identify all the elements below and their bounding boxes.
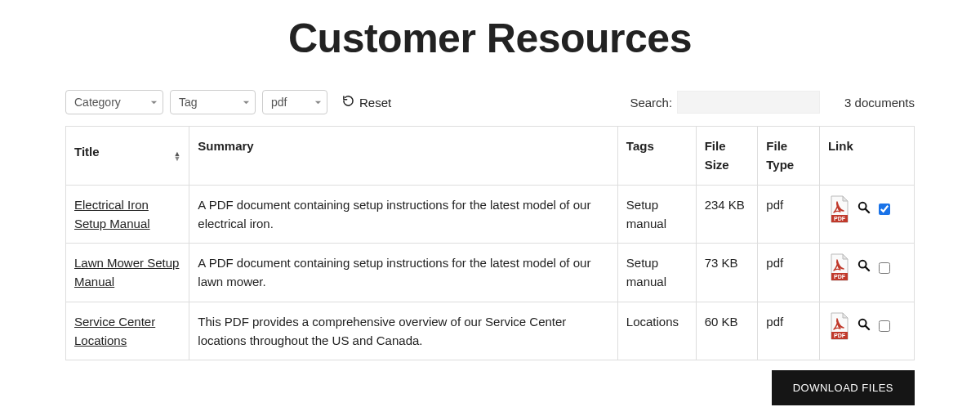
- search-input[interactable]: [677, 91, 820, 114]
- magnifier-icon[interactable]: [858, 258, 871, 277]
- search-group: Search:: [630, 91, 820, 114]
- column-header-summary[interactable]: Summary: [189, 127, 618, 186]
- document-count: 3 documents: [844, 96, 915, 110]
- table-row: Service Center LocationsThis PDF provide…: [66, 302, 915, 360]
- select-row-checkbox[interactable]: [879, 320, 890, 332]
- pdf-icon[interactable]: [828, 195, 851, 228]
- category-dropdown-label: Category: [74, 96, 121, 109]
- document-link[interactable]: Lawn Mower Setup Manual: [74, 256, 179, 289]
- document-summary: A PDF document containing setup instruct…: [189, 244, 618, 302]
- document-filesize: 234 KB: [696, 185, 758, 244]
- document-summary: A PDF document containing setup instruct…: [189, 185, 618, 244]
- document-filesize: 73 KB: [696, 244, 758, 302]
- document-link[interactable]: Electrical Iron Setup Manual: [74, 198, 150, 230]
- magnifier-icon[interactable]: [858, 200, 871, 219]
- category-dropdown[interactable]: Category: [65, 90, 163, 114]
- column-header-title-label: Title: [74, 142, 100, 161]
- caret-down-icon: [314, 96, 322, 109]
- download-files-button[interactable]: DOWNLOAD FILES: [772, 370, 915, 405]
- document-tags: Locations: [617, 302, 696, 360]
- column-header-title[interactable]: Title ▲▼: [66, 127, 189, 186]
- documents-table: Title ▲▼ Summary Tags File Size File Typ…: [65, 126, 915, 360]
- document-tags: Setup manual: [617, 244, 696, 302]
- page-title: Customer Resources: [65, 15, 915, 62]
- select-row-checkbox[interactable]: [879, 262, 890, 274]
- document-tags: Setup manual: [617, 185, 696, 244]
- filetype-dropdown[interactable]: pdf: [262, 90, 327, 114]
- select-row-checkbox[interactable]: [879, 204, 890, 215]
- column-header-link[interactable]: Link: [819, 127, 914, 186]
- magnifier-icon[interactable]: [858, 317, 871, 336]
- search-label: Search:: [630, 96, 672, 110]
- column-header-tags[interactable]: Tags: [617, 127, 696, 186]
- document-filetype: pdf: [758, 244, 820, 302]
- column-header-filesize[interactable]: File Size: [696, 127, 758, 186]
- document-filetype: pdf: [758, 185, 820, 244]
- tag-dropdown-label: Tag: [179, 96, 198, 109]
- column-header-filetype[interactable]: File Type: [758, 127, 820, 186]
- filetype-dropdown-label: pdf: [271, 96, 287, 109]
- table-row: Lawn Mower Setup ManualA PDF document co…: [66, 244, 915, 302]
- caret-down-icon: [243, 96, 250, 109]
- document-filesize: 60 KB: [696, 302, 758, 360]
- sort-icon: ▲▼: [173, 151, 180, 161]
- filter-bar: Category Tag pdf Reset: [65, 90, 915, 114]
- table-row: Electrical Iron Setup ManualA PDF docume…: [66, 185, 915, 244]
- tag-dropdown[interactable]: Tag: [170, 90, 256, 114]
- reset-button[interactable]: Reset: [337, 94, 396, 110]
- document-link[interactable]: Service Center Locations: [74, 315, 155, 347]
- reset-button-label: Reset: [359, 96, 391, 110]
- pdf-icon[interactable]: [828, 253, 851, 286]
- pdf-icon[interactable]: [828, 312, 851, 345]
- caret-down-icon: [150, 96, 158, 109]
- table-header-row: Title ▲▼ Summary Tags File Size File Typ…: [66, 127, 915, 186]
- document-filetype: pdf: [758, 302, 820, 360]
- reset-icon: [342, 95, 354, 110]
- document-summary: This PDF provides a comprehensive overvi…: [189, 302, 618, 360]
